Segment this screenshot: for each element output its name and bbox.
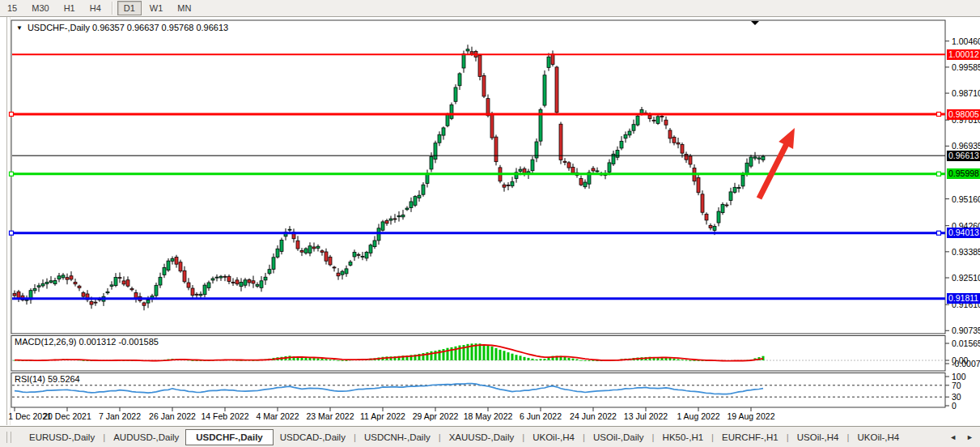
tab-separator: |: [352, 432, 358, 442]
date-tick-label: 19 Aug 2022: [723, 411, 779, 421]
price-badge-0.96613: 0.96613: [947, 151, 980, 161]
tab-usoilh4[interactable]: USOil-,H4: [791, 430, 846, 445]
tab-ukoilh4[interactable]: UKOil-,H4: [526, 430, 581, 445]
date-tick-label: 11 Apr 2022: [354, 411, 411, 421]
chart-symbol-period: USDCHF-,Daily: [28, 23, 90, 32]
price-badge-1.00012: 1.00012: [947, 49, 980, 60]
tab-usdcaddaily[interactable]: USDCAD-,Daily: [274, 430, 352, 445]
chart-menu-icon[interactable]: ▼: [16, 24, 23, 32]
tab-scroll-arrows: ◄ ►: [949, 433, 974, 441]
tab-usdchfdaily[interactable]: USDCHF-,Daily: [185, 429, 273, 445]
price-badge-0.94013: 0.94013: [947, 228, 980, 238]
date-tick-label: 4 Mar 2022: [249, 411, 306, 421]
tab-hk50h1[interactable]: HK50-,H1: [656, 430, 711, 445]
tab-usoildaily[interactable]: USOil-,Daily: [587, 430, 651, 445]
chart-title: ▼USDCHF-,Daily 0.96357 0.96637 0.95768 0…: [16, 23, 228, 32]
tab-separator: |: [785, 432, 791, 442]
tab-eurchfh1[interactable]: EURCHF-,H1: [715, 430, 785, 445]
rsi-axis-label: 70: [952, 381, 979, 390]
tabs-holder: EURUSD-,Daily|AUDUSD-,DailyUSDCHF-,Daily…: [23, 429, 906, 445]
date-tick-label: 29 Apr 2022: [407, 411, 464, 421]
price-tick-label: 0.93385: [952, 247, 979, 257]
date-tick-label: 1 Aug 2022: [670, 411, 727, 421]
price-tick-label: 0.90735: [952, 326, 979, 335]
rsi-indicator-label: RSI(14) 59.5264: [15, 374, 80, 384]
chart-canvas[interactable]: [0, 0, 980, 447]
price-tick-label: 0.99585: [952, 62, 979, 72]
date-tick-label: 13 Jul 2022: [617, 411, 674, 421]
tab-separator: |: [101, 432, 107, 442]
tab-xauusddaily[interactable]: XAUUSD-,Daily: [443, 430, 521, 445]
tab-separator: |: [651, 432, 656, 442]
date-tick-label: 26 Jan 2022: [144, 411, 201, 421]
macd-name: MACD(12,26,9): [15, 337, 76, 347]
tab-eurusddaily[interactable]: EURUSD-,Daily: [23, 430, 101, 445]
chart-ohlc-values: 0.96357 0.96637 0.95768 0.96613: [92, 23, 228, 32]
date-tick-label: 18 May 2022: [460, 411, 516, 421]
tab-scroll-right-icon[interactable]: ►: [966, 433, 974, 441]
symbol-tab-bar: EURUSD-,Daily|AUDUSD-,DailyUSDCHF-,Daily…: [0, 426, 980, 447]
date-tick-label: 20 Dec 2021: [39, 411, 95, 421]
date-tick-label: 24 Jun 2022: [565, 411, 622, 421]
price-badge-0.98005: 0.98005: [947, 109, 980, 120]
tab-separator: |: [710, 432, 715, 442]
price-tick-label: 1.00460: [952, 36, 979, 46]
macd-indicator-label: MACD(12,26,9) 0.001312 -0.001585: [15, 337, 159, 347]
date-tick-label: 14 Feb 2022: [197, 411, 253, 421]
rsi-value: 59.5264: [48, 374, 80, 384]
price-tick-label: 0.92510: [952, 273, 979, 283]
tab-separator: |: [581, 432, 587, 442]
tab-separator: |: [437, 432, 443, 442]
rsi-name: RSI(14): [15, 374, 45, 384]
tab-usdcnhdaily[interactable]: USDCNH-,Daily: [358, 430, 437, 445]
tab-ukoilh4[interactable]: UKOil-,H4: [851, 430, 906, 445]
tab-strip-grip[interactable]: [6, 432, 11, 443]
macd-axis-label: -0.0007259: [952, 359, 979, 368]
date-tick-label: 23 Mar 2022: [302, 411, 358, 421]
price-tick-label: 0.98710: [952, 88, 979, 98]
price-badge-0.91811: 0.91811: [947, 293, 980, 304]
rsi-axis-label: 0: [952, 401, 979, 411]
tab-scroll-left-icon[interactable]: ◄: [949, 433, 957, 441]
macd-axis-label: 0.015654: [952, 338, 979, 348]
tab-separator: |: [520, 432, 526, 442]
price-badge-0.95998: 0.95998: [947, 168, 980, 179]
tab-separator: |: [846, 432, 851, 442]
price-tick-label: 0.96935: [952, 141, 979, 151]
macd-values: 0.001312 -0.001585: [78, 337, 158, 347]
trading-platform-window: 15M30H1H4D1W1MN ▼USDCHF-,Daily 0.96357 0…: [0, 0, 980, 447]
price-tick-label: 0.95160: [952, 194, 979, 204]
date-tick-label: 7 Jan 2022: [91, 411, 148, 421]
tab-audusddaily[interactable]: AUDUSD-,Daily: [107, 430, 185, 445]
date-tick-label: 6 Jun 2022: [512, 411, 569, 421]
